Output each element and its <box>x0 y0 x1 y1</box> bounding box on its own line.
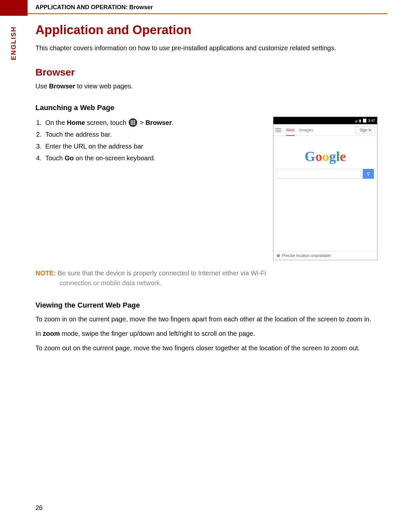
blank-area <box>273 182 377 251</box>
step-number: 2. <box>36 128 42 140</box>
location-text: Precise location unavailable <box>282 253 331 258</box>
text: > <box>138 119 145 126</box>
subsection-viewing-heading: Viewing the Current Web Page <box>35 301 377 310</box>
battery-icon <box>363 119 366 123</box>
search-input <box>277 169 361 179</box>
header-color-block <box>0 0 28 16</box>
step-number: 4. <box>36 152 42 164</box>
google-logo-row: Google <box>273 136 377 169</box>
note-label: NOTE: <box>35 269 56 277</box>
bold-browser: Browser <box>145 119 172 126</box>
status-bar: ◢ ▮ 3:47 <box>273 117 377 124</box>
text: Touch <box>45 154 65 162</box>
section-browser-heading: Browser <box>35 67 377 78</box>
launch-steps: 1. On the Home screen, touch > Browser. … <box>35 117 267 164</box>
text: Touch the address bar. <box>45 131 112 138</box>
search-row: ⚲ <box>273 169 377 182</box>
step-2: 2. Touch the address bar. <box>45 128 267 140</box>
browser-toolbar: Web Images Sign in <box>273 124 377 136</box>
browser-intro: Use Browser to view web pages. <box>35 81 377 91</box>
text: screen, touch <box>85 119 128 126</box>
magnifier-icon: ⚲ <box>367 171 370 176</box>
note-text-line2: connection or mobile data network. <box>35 278 377 288</box>
running-head: APPLICATION AND OPERATION: Browser <box>35 4 153 11</box>
text: Use <box>35 82 49 90</box>
location-dot-icon <box>277 254 280 257</box>
header-rule <box>28 13 387 14</box>
text: . <box>172 119 174 126</box>
note-text-line1: Be sure that the device is properly conn… <box>56 269 266 277</box>
step-4: 4. Touch Go on the on-screen keyboard. <box>45 152 267 164</box>
tab-images: Images <box>299 127 313 132</box>
note-block: NOTE: Be sure that the device is properl… <box>35 268 377 288</box>
location-footer: Precise location unavailable <box>273 251 377 260</box>
text: on the on-screen keyboard. <box>74 154 156 162</box>
text: mode, swipe the finger up/down and left/… <box>60 330 255 337</box>
bold-zoom: zoom <box>43 330 60 337</box>
apps-grid-icon <box>129 118 137 127</box>
phone-screenshot: ◢ ▮ 3:47 Web Images Sign in Google ⚲ <box>273 117 377 260</box>
page-number: 26 <box>35 504 43 512</box>
language-side-tab: ENGLISH <box>10 26 17 60</box>
text: In <box>35 330 43 337</box>
viewing-p1: To zoom in on the current page, move the… <box>35 314 377 324</box>
tab-web: Web <box>286 127 295 136</box>
clock: 3:47 <box>368 119 375 123</box>
page-title: Application and Operation <box>35 23 377 37</box>
wifi-icon: ◢ <box>354 119 357 123</box>
viewing-p2: In zoom mode, swipe the finger up/down a… <box>35 329 377 338</box>
hamburger-icon <box>275 128 281 132</box>
bold-go: Go <box>65 154 74 162</box>
step-number: 3. <box>36 140 42 152</box>
bold-home: Home <box>67 119 85 126</box>
subsection-launch-heading: Launching a Web Page <box>35 104 377 112</box>
google-logo: Google <box>305 149 346 164</box>
intro-paragraph: This chapter covers information on how t… <box>35 43 377 53</box>
step-1: 1. On the Home screen, touch > Browser. <box>45 117 267 128</box>
bold-browser: Browser <box>49 82 75 90</box>
text: On the <box>45 119 67 126</box>
text: Enter the URL on the address bar <box>45 143 143 150</box>
text: to view web pages. <box>75 82 133 90</box>
step-number: 1. <box>36 117 42 128</box>
search-button: ⚲ <box>363 169 374 179</box>
signal-icon: ▮ <box>359 119 361 123</box>
viewing-p3: To zoom out on the current page, move th… <box>35 343 377 353</box>
sign-in-button: Sign in <box>356 126 375 134</box>
step-3: 3. Enter the URL on the address bar <box>45 140 267 152</box>
